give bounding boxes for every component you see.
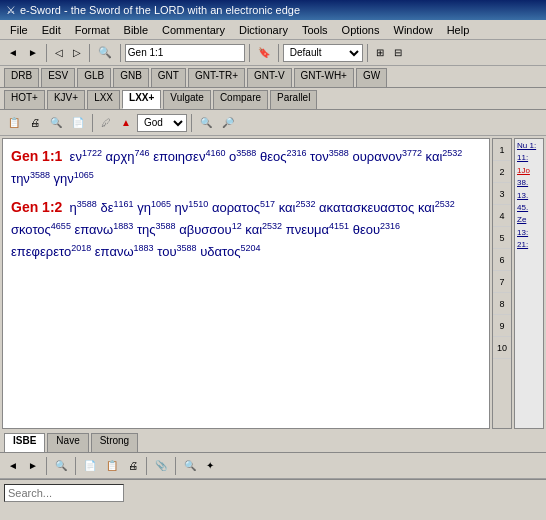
vn-3[interactable]: 3: [493, 183, 511, 205]
bottom-ref-btn[interactable]: 📎: [151, 456, 171, 476]
cross-ref-5[interactable]: 13.: [517, 191, 541, 201]
toolbar1: ◄ ► ◁ ▷ 🔍 🔖 Default ⊞ ⊟: [0, 40, 546, 66]
tab-esv[interactable]: ESV: [41, 68, 75, 87]
tool-color-btn[interactable]: ▲: [117, 113, 135, 133]
bible-text-panel[interactable]: Gen 1:1 εν1722 αρχη746 εποιησεν4160 ο358…: [2, 138, 490, 429]
tab-strong[interactable]: Strong: [91, 433, 138, 452]
bottom-copy-btn[interactable]: 📋: [102, 456, 122, 476]
search-btn[interactable]: 🔍: [94, 43, 116, 63]
sep6: [367, 44, 368, 62]
verse-text-1: εν1722 αρχη746 εποιησεν4160 ο3588 θεος23…: [11, 149, 462, 186]
bookmark-btn[interactable]: 🔖: [254, 43, 274, 63]
tool-notes-btn[interactable]: 📄: [68, 113, 88, 133]
verse-text-2: η3588 δε1161 γη1065 ην1510 αορατος517 κα…: [11, 200, 455, 259]
tab-isbe[interactable]: ISBE: [4, 433, 45, 452]
vn-6[interactable]: 6: [493, 249, 511, 271]
menu-dictionary[interactable]: Dictionary: [233, 23, 294, 37]
bible-tab-bar2: HOT+ KJV+ LXX LXX+ Vulgate Compare Paral…: [0, 88, 546, 110]
vn-4[interactable]: 4: [493, 205, 511, 227]
tab-gnt-v[interactable]: GNT-V: [247, 68, 292, 87]
zoom-in-btn[interactable]: 🔍: [196, 113, 216, 133]
font-select[interactable]: Default: [283, 44, 363, 62]
tab-drb[interactable]: DRB: [4, 68, 39, 87]
tab-gnt-tr[interactable]: GNT-TR+: [188, 68, 245, 87]
tab-gnt[interactable]: GNT: [151, 68, 186, 87]
cross-ref-2[interactable]: 11:: [517, 153, 541, 163]
vn-1[interactable]: 1: [493, 139, 511, 161]
tab-gnb[interactable]: GNB: [113, 68, 149, 87]
menu-commentary[interactable]: Commentary: [156, 23, 231, 37]
vn-5[interactable]: 5: [493, 227, 511, 249]
menu-options[interactable]: Options: [336, 23, 386, 37]
bot-sep2: [75, 457, 76, 475]
tab-compare[interactable]: Compare: [213, 90, 268, 109]
menu-bible[interactable]: Bible: [118, 23, 154, 37]
vn-2[interactable]: 2: [493, 161, 511, 183]
window-tile-btn[interactable]: ⊞: [372, 43, 388, 63]
bot-sep3: [146, 457, 147, 475]
tab-hot[interactable]: HOT+: [4, 90, 45, 109]
app-title: e-Sword - the Sword of the LORD with an …: [20, 4, 300, 16]
sep5: [278, 44, 279, 62]
window-stack-btn[interactable]: ⊟: [390, 43, 406, 63]
verse-block-2: Gen 1:2 η3588 δε1161 γη1065 ην1510 αορατ…: [11, 196, 481, 263]
tab-gw[interactable]: GW: [356, 68, 387, 87]
tab-parallel[interactable]: Parallel: [270, 90, 317, 109]
nav-forward-btn[interactable]: ►: [24, 43, 42, 63]
nav-next-btn[interactable]: ▷: [69, 43, 85, 63]
verse-number-panel: 1 2 3 4 5 6 7 8 9 10: [492, 138, 512, 429]
menu-window[interactable]: Window: [388, 23, 439, 37]
cross-ref-9[interactable]: 21:: [517, 240, 541, 250]
tool-highlight-btn[interactable]: 🖊: [97, 113, 115, 133]
passage-input[interactable]: [125, 44, 245, 62]
tab-gnt-wh[interactable]: GNT-WH+: [294, 68, 354, 87]
nav-prev-btn[interactable]: ◁: [51, 43, 67, 63]
bottom-fwd-btn[interactable]: ►: [24, 456, 42, 476]
menu-bar: File Edit Format Bible Commentary Dictio…: [0, 20, 546, 40]
vn-8[interactable]: 8: [493, 293, 511, 315]
status-bar: [0, 479, 546, 505]
bottom-zoom-btn[interactable]: 🔍: [180, 456, 200, 476]
verse-block-1: Gen 1:1 εν1722 αρχη746 εποιησεν4160 ο358…: [11, 145, 481, 190]
cross-ref-8[interactable]: 13:: [517, 228, 541, 238]
menu-file[interactable]: File: [4, 23, 34, 37]
god-select[interactable]: God: [137, 114, 187, 132]
bottom-back-btn[interactable]: ◄: [4, 456, 22, 476]
nav-back-btn[interactable]: ◄: [4, 43, 22, 63]
menu-format[interactable]: Format: [69, 23, 116, 37]
bottom-special-btn[interactable]: ✦: [202, 456, 218, 476]
sep1: [46, 44, 47, 62]
bottom-print-btn[interactable]: 🖨: [124, 456, 142, 476]
cross-ref-1[interactable]: Nu 1:: [517, 141, 541, 151]
tool-search2-btn[interactable]: 🔍: [46, 113, 66, 133]
tab-kjv[interactable]: KJV+: [47, 90, 85, 109]
bottom-search-input[interactable]: [4, 484, 124, 502]
menu-help[interactable]: Help: [441, 23, 476, 37]
tab-lxx[interactable]: LXX: [87, 90, 120, 109]
tab-nave[interactable]: Nave: [47, 433, 88, 452]
cross-ref-6[interactable]: 45.: [517, 203, 541, 213]
vn-10[interactable]: 10: [493, 337, 511, 359]
cross-ref-4[interactable]: 38.: [517, 178, 541, 188]
tab-glb[interactable]: GLB: [77, 68, 111, 87]
cross-ref-3[interactable]: 1Jo: [517, 166, 541, 176]
bottom-toolbar: ◄ ► 🔍 📄 📋 🖨 📎 🔍 ✦: [0, 453, 546, 479]
menu-tools[interactable]: Tools: [296, 23, 334, 37]
toolbar2: 📋 🖨 🔍 📄 🖊 ▲ God 🔍 🔎: [0, 110, 546, 136]
bottom-notes-btn[interactable]: 📄: [80, 456, 100, 476]
tab-vulgate[interactable]: Vulgate: [163, 90, 211, 109]
verse-ref-2[interactable]: Gen 1:2: [11, 199, 62, 215]
tab-lxx-plus[interactable]: LXX+: [122, 90, 161, 109]
far-right-panel: Nu 1: 11: 1Jo 38. 13. 45. Ze 13: 21:: [514, 138, 544, 429]
verse-ref-1[interactable]: Gen 1:1: [11, 148, 62, 164]
vn-9[interactable]: 9: [493, 315, 511, 337]
tool-copy-btn[interactable]: 📋: [4, 113, 24, 133]
tool-print-btn[interactable]: 🖨: [26, 113, 44, 133]
vn-7[interactable]: 7: [493, 271, 511, 293]
bottom-search-btn[interactable]: 🔍: [51, 456, 71, 476]
menu-edit[interactable]: Edit: [36, 23, 67, 37]
bot-sep1: [46, 457, 47, 475]
sep7: [92, 114, 93, 132]
zoom-out-btn[interactable]: 🔎: [218, 113, 238, 133]
cross-ref-7[interactable]: Ze: [517, 215, 541, 225]
